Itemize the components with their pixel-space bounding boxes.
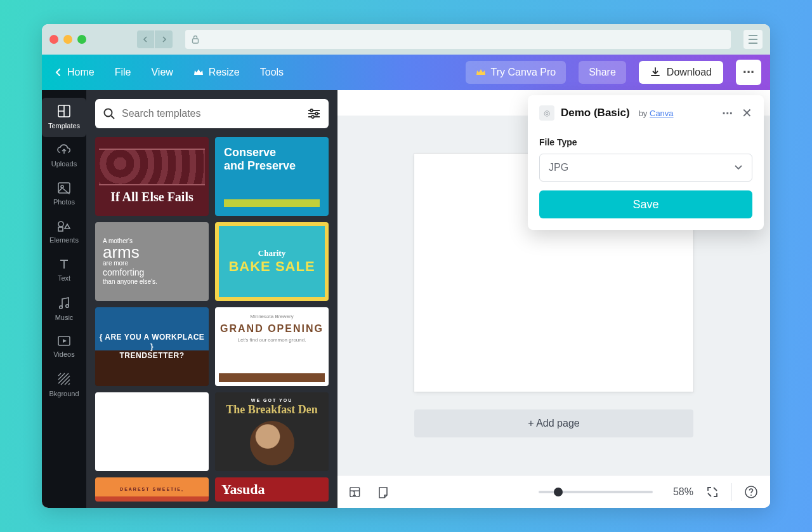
template-thumb[interactable]: { ARE YOU A WORKPLACE } TRENDSETTER? [95,307,209,386]
rail-elements[interactable]: Elements [42,213,86,251]
svg-point-12 [311,116,314,118]
zoom-slider-thumb[interactable] [554,488,563,496]
svg-point-7 [66,305,69,308]
status-bar: 1 58% [337,475,770,508]
chevron-right-icon [160,36,167,43]
templates-panel: If All Else Fails Conserveand Preserve A… [86,90,337,508]
notes-button[interactable] [376,484,391,500]
help-icon [744,485,758,499]
vendor-logo-icon: ◎ [539,105,554,121]
home-label: Home [67,67,95,78]
crown-icon [476,68,486,77]
window-controls [49,35,86,44]
rail-background[interactable]: Bkground [42,366,86,405]
download-button[interactable]: Download [639,61,723,84]
menu-file[interactable]: File [111,62,135,83]
cloud-upload-icon [56,143,72,156]
ellipsis-icon[interactable]: ··· [722,106,733,121]
search-input[interactable] [122,108,301,119]
add-page-button[interactable]: + Add page [414,409,693,437]
zoom-slider[interactable] [539,491,653,493]
popover-title: Demo (Basic) [561,107,630,119]
nav-back-button[interactable] [137,30,155,48]
app-window: Home File View Resize Tools Try Canva Pr… [42,24,770,508]
svg-point-15 [750,495,752,496]
template-thumb[interactable]: WE GOT YOU The Breakfast Den [215,392,329,471]
more-button[interactable]: ··· [736,60,761,85]
image-icon [57,182,71,194]
side-rail: Templates Uploads Photos Elements Text [42,90,86,508]
rail-photos[interactable]: Photos [42,175,86,213]
shapes-icon [56,220,72,232]
music-icon [58,296,70,310]
note-icon [377,486,390,498]
file-type-select[interactable]: JPG [539,154,752,182]
menu-tools[interactable]: Tools [256,62,287,83]
texture-icon [57,372,71,386]
lock-icon [192,35,199,44]
svg-point-9 [105,109,112,117]
nav-buttons [137,30,173,48]
menu-resize[interactable]: Resize [190,62,244,83]
zoom-window-dot[interactable] [77,35,86,44]
rail-templates[interactable]: Templates [42,98,86,137]
chevron-left-icon [143,36,149,43]
templates-icon [57,104,71,118]
save-button[interactable]: Save [539,190,752,218]
url-bar[interactable] [185,30,731,49]
expand-icon [707,486,718,498]
nav-forward-button[interactable] [155,30,173,48]
share-button[interactable]: Share [579,61,626,84]
home-button[interactable]: Home [51,62,98,83]
help-button[interactable] [743,484,759,500]
fullscreen-button[interactable] [705,484,720,500]
svg-rect-5 [58,227,63,231]
svg-point-11 [315,112,318,115]
rail-music[interactable]: Music [42,289,86,329]
chevron-down-icon [734,164,743,171]
browser-chrome [42,24,770,55]
download-popover: ◎ Demo (Basic) by Canva ··· ✕ File Type [528,95,764,230]
search-field[interactable] [95,99,329,128]
crown-icon [193,68,204,77]
svg-rect-2 [58,183,70,193]
template-thumb[interactable]: A mother's arms are more comforting than… [95,222,209,301]
app-topbar: Home File View Resize Tools Try Canva Pr… [42,55,770,90]
template-thumb[interactable]: Charity BAKE SALE [215,222,329,301]
template-thumb[interactable]: DEAREST SWEETIE, [95,477,209,502]
rail-videos[interactable]: Videos [42,329,86,366]
page-count: 1 [352,490,356,497]
video-icon [57,335,71,347]
rail-text[interactable]: Text [42,251,86,289]
template-thumb[interactable]: Conserveand Preserve [215,137,329,216]
ellipsis-icon: ··· [743,64,754,81]
svg-point-6 [60,306,63,309]
vendor-link[interactable]: Canva [650,109,674,118]
svg-rect-0 [193,39,199,43]
minimize-window-dot[interactable] [63,35,72,44]
browser-menu-button[interactable] [743,30,763,49]
try-pro-button[interactable]: Try Canva Pro [466,61,566,84]
download-icon [650,67,660,77]
canvas-area: + Add page ◎ Demo (Basic) by Canva ··· [337,90,770,508]
templates-grid: If All Else Fails Conserveand Preserve A… [95,137,329,508]
text-icon [58,258,70,270]
chevron-left-icon [55,68,62,77]
file-type-label: File Type [539,137,752,147]
svg-point-10 [310,109,313,112]
template-thumb[interactable] [95,392,209,471]
close-icon[interactable]: ✕ [742,105,752,121]
close-window-dot[interactable] [49,35,58,44]
pages-grid-button[interactable]: 1 [349,484,364,500]
search-icon [103,107,115,120]
template-thumb[interactable]: Minnesota Brewery GRAND OPENING Let's fi… [215,307,329,386]
popover-byline: by Canva [639,109,674,118]
svg-point-4 [58,222,63,227]
zoom-value: 58% [664,486,693,498]
sliders-icon[interactable] [307,107,321,120]
menu-view[interactable]: View [147,62,176,83]
rail-uploads[interactable]: Uploads [42,137,86,175]
file-type-value: JPG [549,162,568,173]
template-thumb[interactable]: Yasuda [215,477,329,502]
template-thumb[interactable]: If All Else Fails [95,137,209,216]
